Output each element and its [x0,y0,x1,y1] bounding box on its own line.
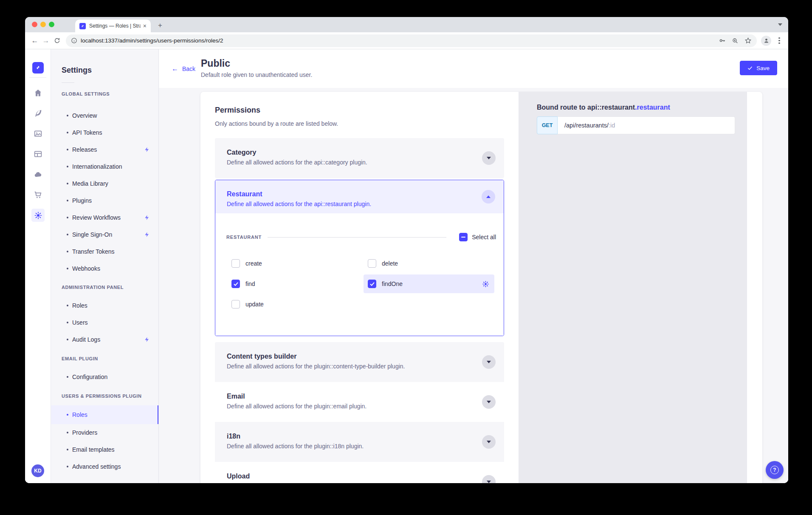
bound-routes-panel: Bound route to api::restaurant.restauran… [519,92,747,483]
url-text[interactable]: localhost:1337/admin/settings/users-perm… [81,37,713,44]
sidebar-item-advanced-settings[interactable]: Advanced settings [51,458,158,475]
browser-profile-icon[interactable] [761,36,771,46]
lightning-icon [144,147,150,153]
permission-delete[interactable]: delete [364,254,494,273]
route-param: :id [609,122,615,129]
strapi-logo[interactable] [32,62,44,74]
tab-search-icon[interactable] [778,23,782,26]
browser-menu-icon[interactable] [775,36,784,45]
sidebar-item-internationalization[interactable]: Internationalization [51,158,158,175]
accordion-email[interactable]: Email Define all allowed actions for the… [215,382,504,422]
chevron-up-icon[interactable] [482,190,495,204]
window-close-button[interactable] [32,22,37,27]
save-button[interactable]: Save [740,61,777,75]
accordion-title: Content types builder [227,353,504,360]
accordion-restaurant-expanded: Restaurant Define all allowed actions fo… [215,180,504,336]
back-nav-icon[interactable]: ← [29,35,40,46]
tab-close-icon[interactable]: × [143,23,147,29]
tab-title: Settings — Roles | Strapi [89,23,141,29]
sidebar-item-admin-roles[interactable]: Roles [51,297,158,314]
chevron-down-icon[interactable] [482,151,496,165]
section-global-settings: GLOBAL SETTINGS [62,91,154,96]
sidebar-item-audit-logs[interactable]: Audit Logs [51,331,158,348]
zoom-page-icon[interactable] [732,37,739,44]
accordion-restaurant-header[interactable]: Restaurant Define all allowed actions fo… [215,180,504,213]
sidebar-item-releases[interactable]: Releases [51,141,158,158]
group-label: RESTAURANT [226,235,262,240]
select-all-checkbox[interactable] [459,233,468,241]
new-tab-button[interactable]: + [155,20,165,31]
permission-update[interactable]: update [227,295,355,314]
accordion-title: Restaurant [227,190,504,198]
permission-find[interactable]: find [227,274,355,293]
window-minimize-button[interactable] [40,22,46,27]
sidebar-item-transfer-tokens[interactable]: Transfer Tokens [51,243,158,260]
route-path: /api/restaurants/:id [558,116,735,134]
sidebar-item-single-sign-on[interactable]: Single Sign-On [51,226,158,243]
checkbox-update[interactable] [231,300,240,308]
help-button[interactable]: ? [766,461,784,479]
sidebar-item-configuration[interactable]: Configuration [51,368,158,385]
cloud-icon[interactable] [34,170,42,179]
select-all-control[interactable]: Select all [459,233,496,241]
back-link[interactable]: ←Back [172,65,195,73]
checkbox-create[interactable] [231,259,240,268]
permission-findone[interactable]: findOne [364,274,494,293]
chevron-down-icon[interactable] [482,355,496,369]
bookmark-star-icon[interactable] [744,37,752,44]
accordion-description: Define all allowed actions for the plugi… [227,403,504,410]
permissions-subtitle: Only actions bound by a route are listed… [215,120,504,127]
check-icon [747,65,753,71]
restaurant-permissions-body: RESTAURANT Select all [215,213,504,336]
permission-create[interactable]: create [227,254,355,273]
accordion-description: Define all allowed actions for the api::… [227,159,504,166]
sidebar-item-review-workflows[interactable]: Review Workflows [51,209,158,226]
sidebar-item-email-templates[interactable]: Email templates [51,441,158,458]
route-row: GET /api/restaurants/:id [537,116,735,134]
checkbox-findone[interactable] [368,280,376,288]
marketplace-cart-icon[interactable] [34,190,42,199]
user-avatar[interactable]: KD [31,464,44,477]
reload-icon[interactable] [51,35,62,46]
accordion-title: Category [227,149,504,156]
section-email-plugin: EMAIL PLUGIN [62,356,154,361]
address-bar[interactable]: localhost:1337/admin/settings/users-perm… [66,34,757,47]
sidebar-item-users[interactable]: Users [51,314,158,331]
checkbox-find[interactable] [231,280,240,288]
sidebar-item-webhooks[interactable]: Webhooks [51,260,158,277]
select-all-label: Select all [472,234,496,241]
password-key-icon[interactable] [719,37,726,44]
media-library-icon[interactable] [34,129,42,138]
window-zoom-button[interactable] [49,22,54,27]
chevron-down-icon[interactable] [482,395,496,409]
accordion-description: Define all allowed actions for the api::… [227,201,504,207]
permissions-container: Permissions Only actions bound by a rout… [200,92,762,483]
home-icon[interactable] [34,88,42,97]
sidebar-item-up-roles[interactable]: Roles [51,405,158,424]
settings-gear-icon[interactable] [31,209,45,222]
browser-toolbar: ← → localhost:1337/admin/settings/users-… [25,32,788,49]
accordion-upload[interactable]: Upload [215,462,504,483]
sidebar-item-media-library[interactable]: Media Library [51,175,158,192]
forward-nav-icon[interactable]: → [40,35,51,46]
sidebar-item-overview[interactable]: Overview [51,107,158,124]
settings-cog-icon[interactable] [482,280,489,288]
content-scroll-area[interactable]: Permissions Only actions bound by a rout… [159,88,788,483]
checkbox-delete[interactable] [368,259,376,268]
accordion-description: Define all allowed actions for the plugi… [227,443,504,450]
sidebar-item-plugins[interactable]: Plugins [51,192,158,209]
accordion-category[interactable]: Category Define all allowed actions for … [215,138,504,178]
page-header: ←Back Public Default role given to unaut… [159,49,788,88]
accordion-i18n[interactable]: i18n Define all allowed actions for the … [215,422,504,462]
bound-route-title: Bound route to api::restaurant.restauran… [537,104,735,111]
lightning-icon [144,215,150,221]
site-info-icon[interactable] [71,37,77,44]
content-manager-icon[interactable] [34,109,42,118]
content-type-builder-icon[interactable] [34,150,42,158]
strapi-app: KD Settings GLOBAL SETTINGS Overview API… [25,49,788,483]
chevron-down-icon[interactable] [482,435,496,449]
browser-tab[interactable]: Settings — Roles | Strapi × [75,20,151,32]
sidebar-item-api-tokens[interactable]: API Tokens [51,124,158,141]
accordion-content-types-builder[interactable]: Content types builder Define all allowed… [215,342,504,382]
sidebar-item-providers[interactable]: Providers [51,424,158,441]
